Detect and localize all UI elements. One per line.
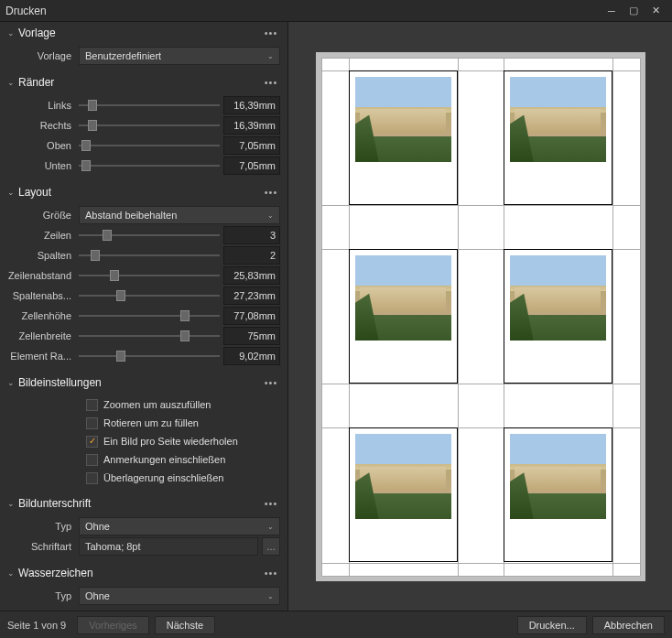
raender-oben-label: Oben [7, 140, 79, 151]
layout-elementra-label: Element Ra... [7, 351, 79, 362]
section-title: Layout [18, 186, 262, 199]
chevron-down-icon: ⌄ [267, 523, 274, 531]
main-area: ⌄ Vorlage ••• Vorlage Benutzerdefiniert … [0, 22, 672, 611]
layout-zeilen-value[interactable]: 3 [223, 226, 280, 244]
page-status: Seite 1 von 9 [7, 620, 66, 631]
section-header-bild[interactable]: ⌄ Bildeinstellungen ••• [0, 372, 287, 394]
next-page-button[interactable]: Nächste [155, 616, 215, 634]
section-title: Wasserzeichen [18, 567, 262, 579]
raender-links-slider[interactable] [79, 97, 220, 114]
preview-cell [349, 70, 458, 205]
section-header-wasserzeichen[interactable]: ⌄ Wasserzeichen ••• [0, 562, 287, 584]
raender-links-value[interactable]: 16,39mm [223, 96, 280, 114]
layout-spalten-slider[interactable] [79, 247, 220, 264]
chevron-down-icon: ⌄ [7, 188, 18, 197]
preview-photo [355, 255, 451, 341]
bild-annot-label: Anmerkungen einschließen [103, 454, 225, 465]
titlebar: Drucken ─ ▢ ✕ [0, 0, 672, 22]
prev-page-button[interactable]: Vorheriges [77, 616, 149, 634]
section-title: Bildunterschrift [18, 497, 262, 510]
section-menu-icon[interactable]: ••• [262, 27, 280, 38]
chevron-down-icon: ⌄ [7, 568, 18, 578]
section-header-raender[interactable]: ⌄ Ränder ••• [0, 71, 287, 93]
settings-panel: ⌄ Vorlage ••• Vorlage Benutzerdefiniert … [0, 22, 288, 611]
preview-cell [504, 70, 612, 205]
layout-zeilen-label: Zeilen [7, 230, 79, 241]
bild-repeat-label: Ein Bild pro Seite wiederholen [103, 436, 238, 447]
layout-zellenbreite-slider[interactable] [79, 328, 220, 344]
section-menu-icon[interactable]: ••• [262, 377, 280, 388]
bild-overlay-label: Überlagerung einschließen [103, 472, 223, 483]
minimize-button[interactable]: ─ [601, 2, 623, 20]
preview-photo [510, 434, 606, 519]
raender-rechts-slider[interactable] [79, 117, 220, 134]
section-menu-icon[interactable]: ••• [262, 187, 280, 198]
raender-oben-slider[interactable] [79, 137, 220, 154]
groesse-label: Größe [7, 210, 79, 221]
vorlage-dropdown[interactable]: Benutzerdefiniert ⌄ [79, 47, 280, 65]
bild-annot-checkbox[interactable] [86, 454, 98, 466]
layout-spaltenabs-slider[interactable] [79, 287, 220, 304]
wz-typ-dropdown[interactable]: Ohne ⌄ [79, 587, 280, 605]
section-header-caption[interactable]: ⌄ Bildunterschrift ••• [0, 492, 287, 514]
cancel-button[interactable]: Abbrechen [592, 616, 665, 634]
page-sheet [316, 52, 645, 581]
bild-rotate-checkbox[interactable] [86, 417, 98, 429]
layout-zellenbreite-label: Zellenbreite [7, 330, 79, 341]
caption-typ-dropdown[interactable]: Ohne ⌄ [79, 517, 280, 535]
close-button[interactable]: ✕ [645, 2, 667, 20]
font-display: Tahoma; 8pt [79, 537, 258, 556]
layout-elementra-slider[interactable] [79, 348, 220, 364]
preview-cell [349, 249, 458, 384]
section-header-layout[interactable]: ⌄ Layout ••• [0, 181, 287, 203]
layout-zellenhoehe-value[interactable]: 77,08mm [223, 307, 280, 325]
wz-typ-label: Typ [7, 590, 79, 601]
bild-zoom-label: Zoomen um auszufüllen [103, 399, 211, 410]
print-preview [288, 22, 672, 611]
section-menu-icon[interactable]: ••• [262, 498, 280, 509]
preview-cell [349, 427, 458, 562]
vorlage-label: Vorlage [7, 50, 79, 61]
layout-zeilen-slider[interactable] [79, 227, 220, 243]
layout-spalten-value[interactable]: 2 [223, 246, 280, 265]
section-menu-icon[interactable]: ••• [262, 568, 280, 579]
bild-zoom-checkbox[interactable] [86, 399, 98, 411]
raender-rechts-value[interactable]: 16,39mm [223, 116, 280, 135]
bild-rotate-label: Rotieren um zu füllen [103, 417, 199, 428]
preview-photo [355, 77, 451, 162]
layout-zeilenabstand-value[interactable]: 25,83mm [223, 266, 280, 285]
layout-zellenhoehe-label: Zellenhöhe [7, 310, 79, 321]
layout-zellenhoehe-slider[interactable] [79, 308, 220, 324]
section-title: Bildeinstellungen [18, 376, 262, 389]
preview-cell [504, 249, 612, 384]
preview-cell [504, 427, 612, 562]
groesse-dropdown[interactable]: Abstand beibehalten ⌄ [79, 206, 280, 224]
layout-zeilenabstand-slider[interactable] [79, 267, 220, 284]
bild-repeat-checkbox[interactable] [86, 436, 98, 448]
raender-oben-value[interactable]: 7,05mm [223, 136, 280, 155]
section-title: Ränder [18, 76, 262, 89]
typ-label: Typ [7, 521, 79, 532]
raender-unten-value[interactable]: 7,05mm [223, 157, 280, 175]
layout-spalten-label: Spalten [7, 250, 79, 261]
preview-photo [510, 255, 606, 341]
bild-overlay-checkbox[interactable] [86, 472, 98, 484]
raender-unten-slider[interactable] [79, 157, 220, 174]
section-title: Vorlage [18, 27, 262, 39]
preview-photo [355, 434, 451, 519]
section-menu-icon[interactable]: ••• [262, 77, 280, 88]
section-header-vorlage[interactable]: ⌄ Vorlage ••• [0, 22, 287, 44]
print-button[interactable]: Drucken... [517, 616, 587, 634]
font-picker-button[interactable]: … [262, 537, 280, 556]
layout-zellenbreite-value[interactable]: 75mm [223, 327, 280, 345]
raender-links-label: Links [7, 100, 79, 111]
layout-spaltenabs-value[interactable]: 27,23mm [223, 287, 280, 305]
chevron-down-icon: ⌄ [267, 52, 274, 60]
layout-spaltenabs-label: Spaltenabs... [7, 290, 79, 301]
chevron-down-icon: ⌄ [7, 378, 18, 387]
raender-unten-label: Unten [7, 160, 79, 171]
chevron-down-icon: ⌄ [7, 78, 18, 87]
layout-elementra-value[interactable]: 9,02mm [223, 347, 280, 365]
chevron-down-icon: ⌄ [267, 211, 274, 220]
maximize-button[interactable]: ▢ [623, 2, 645, 20]
